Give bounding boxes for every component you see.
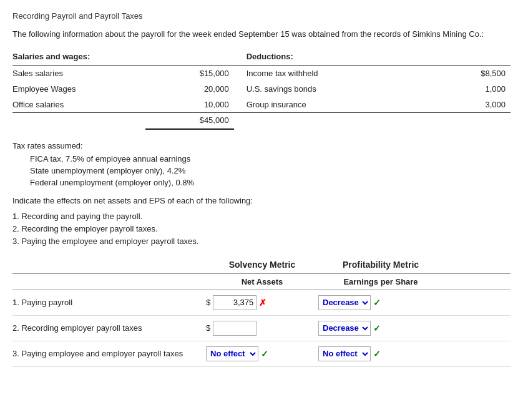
dollar-sign-1: $: [206, 298, 210, 307]
row-3-label: 3. Paying employee and employer payroll …: [12, 349, 206, 358]
step-3: 3. Paying the employee and employer payr…: [12, 237, 511, 246]
salary-label-3: Office salaries: [12, 97, 145, 113]
row-1-eps-check: ✓: [373, 298, 381, 308]
table-row: Employee Wages 20,000 U.S. savings bonds…: [12, 81, 511, 97]
steps-list: 1. Recording and paying the payroll. 2. …: [12, 212, 511, 246]
deduction-amount-1: $8,500: [433, 65, 511, 81]
row-1-error-mark: ✗: [259, 298, 266, 308]
tax-item-2: State unemployment (employer only), 4.2%: [30, 166, 511, 175]
step-1: 1. Recording and paying the payroll.: [12, 212, 511, 221]
row-1-eps-cell: Decrease No effect Increase ✓: [318, 295, 443, 310]
tax-item-3: Federal unemployment (employer only), 0.…: [30, 178, 511, 187]
metrics-row-1: 1. Paying payroll $ ✗ Decrease No effect…: [12, 290, 511, 316]
tax-section: Tax rates assumed: FICA tax, 7.5% of emp…: [12, 141, 511, 187]
row-2-eps-check: ✓: [373, 323, 381, 333]
metrics-container: Solvency Metric Profitability Metric Net…: [12, 260, 511, 367]
table-row: Sales salaries $15,000 Income tax withhe…: [12, 65, 511, 81]
salary-label-1: Sales salaries: [12, 65, 145, 81]
row-1-net-assets-cell: $ ✗: [206, 295, 318, 310]
row-3-eps-cell: No effect Increase Decrease ✓: [318, 346, 443, 361]
deduction-label-1: Income tax withheld: [234, 65, 433, 81]
profitability-metric-header: Profitability Metric: [318, 260, 443, 271]
dollar-sign-2: $: [206, 323, 210, 333]
tax-header: Tax rates assumed:: [12, 141, 511, 150]
metrics-subheader-row: Net Assets Earnings per Share: [12, 273, 511, 290]
label-col-spacer: [12, 277, 206, 286]
salaries-wages-header: Salaries and wages:: [12, 49, 145, 66]
tax-item-1: FICA tax, 7.5% of employee annual earnin…: [30, 154, 511, 164]
row-2-eps-cell: Decrease No effect Increase ✓: [318, 321, 443, 336]
row-3-eps-dropdown[interactable]: No effect Increase Decrease: [318, 346, 371, 361]
row-1-label: 1. Paying payroll: [12, 298, 206, 307]
salary-label-2: Employee Wages: [12, 81, 145, 97]
indicate-text: Indicate the effects on net assets and E…: [12, 196, 511, 205]
deduction-label-3: Group insurance: [234, 97, 433, 113]
row-1-eps-dropdown[interactable]: Decrease No effect Increase: [318, 295, 371, 310]
row-2-eps-dropdown[interactable]: Decrease No effect Increase: [318, 321, 371, 336]
row-2-net-assets-input[interactable]: [213, 321, 257, 336]
total-amount: $45,000: [145, 112, 234, 129]
deduction-amount-2: 1,000: [433, 81, 511, 97]
salary-amount-2: 20,000: [145, 81, 234, 97]
metrics-row-2: 2. Recording employer payroll taxes $ De…: [12, 316, 511, 341]
deduction-amount-3: 3,000: [433, 97, 511, 113]
deduction-label-2: U.S. savings bonds: [234, 81, 433, 97]
page-title: Recording Payroll and Payroll Taxes: [12, 11, 511, 21]
amount-header: [145, 49, 234, 66]
row-2-label: 2. Recording employer payroll taxes: [12, 323, 206, 333]
metrics-row-3: 3. Paying employee and employer payroll …: [12, 341, 511, 367]
row-1-net-assets-input[interactable]: [213, 295, 257, 310]
row-2-net-assets-cell: $: [206, 321, 318, 336]
salary-amount-1: $15,000: [145, 65, 234, 81]
deductions-header: Deductions:: [234, 49, 433, 66]
payroll-table: Salaries and wages: Deductions: Sales sa…: [12, 49, 511, 130]
table-row: Office salaries 10,000 Group insurance 3…: [12, 97, 511, 113]
metrics-header-row: Solvency Metric Profitability Metric: [12, 260, 511, 271]
row-3-eps-check: ✓: [373, 349, 381, 359]
step-2: 2. Recording the employer payroll taxes.: [12, 224, 511, 233]
intro-text: The following information about the payr…: [12, 28, 511, 41]
row-3-net-assets-dropdown[interactable]: No effect Increase Decrease: [206, 346, 258, 361]
salary-amount-3: 10,000: [145, 97, 234, 113]
net-assets-header: Net Assets: [206, 277, 318, 286]
solvency-metric-header: Solvency Metric: [206, 260, 318, 271]
row-3-net-assets-check: ✓: [261, 349, 268, 359]
row-3-net-assets-cell: No effect Increase Decrease ✓: [206, 346, 318, 361]
eps-header: Earnings per Share: [318, 277, 443, 286]
total-row: $45,000: [12, 112, 511, 129]
deduction-amount-header: [433, 49, 511, 66]
